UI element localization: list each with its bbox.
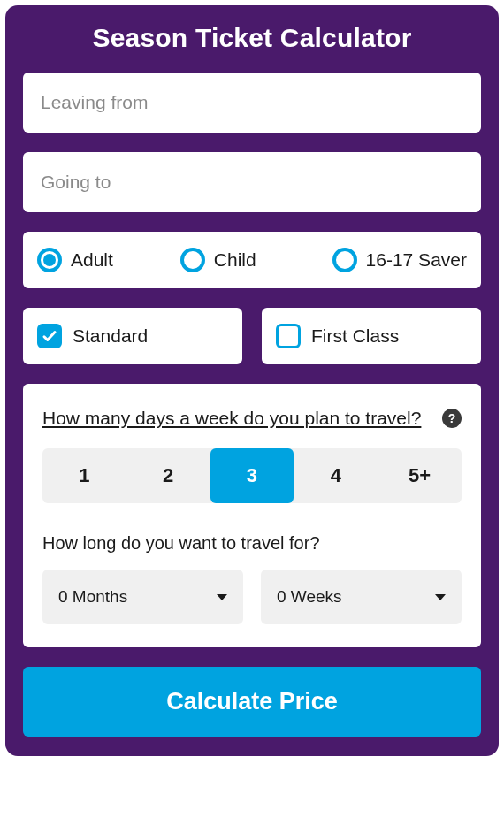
radio-label: Adult <box>71 249 113 271</box>
months-select[interactable]: 0 Months <box>42 570 243 624</box>
help-icon[interactable]: ? <box>442 409 462 428</box>
radio-icon <box>180 248 205 272</box>
radio-label: Child <box>214 249 256 271</box>
checkbox-label: Standard <box>73 325 148 347</box>
chevron-down-icon <box>217 594 227 600</box>
going-to-field[interactable] <box>23 152 481 212</box>
duration-selects: 0 Months 0 Weeks <box>42 570 462 624</box>
checkbox-icon <box>37 324 62 348</box>
passenger-type-group: Adult Child 16-17 Saver <box>23 232 481 288</box>
day-option-2[interactable]: 2 <box>126 448 210 503</box>
leaving-from-input[interactable] <box>41 92 463 113</box>
days-selector: 1 2 3 4 5+ <box>42 448 462 503</box>
radio-icon <box>332 248 357 272</box>
day-option-1[interactable]: 1 <box>42 448 126 503</box>
travel-panel: How many days a week do you plan to trav… <box>23 384 481 647</box>
day-option-3[interactable]: 3 <box>210 448 294 503</box>
duration-question: How long do you want to travel for? <box>42 533 462 554</box>
months-value: 0 Months <box>58 587 127 607</box>
radio-icon <box>37 248 62 272</box>
page-title: Season Ticket Calculator <box>23 23 481 53</box>
radio-label: 16-17 Saver <box>366 249 467 271</box>
calculate-button[interactable]: Calculate Price <box>23 667 481 737</box>
going-to-input[interactable] <box>41 172 463 193</box>
day-option-4[interactable]: 4 <box>294 448 378 503</box>
day-option-5plus[interactable]: 5+ <box>378 448 462 503</box>
radio-child[interactable]: Child <box>180 248 256 272</box>
radio-adult[interactable]: Adult <box>37 248 113 272</box>
chevron-down-icon <box>435 594 446 600</box>
checkbox-standard[interactable]: Standard <box>23 308 242 364</box>
weeks-select[interactable]: 0 Weeks <box>261 570 462 624</box>
checkbox-first-class[interactable]: First Class <box>262 308 481 364</box>
class-row: Standard First Class <box>23 308 481 364</box>
season-ticket-calculator: Season Ticket Calculator Adult Child 16-… <box>5 5 499 756</box>
weeks-value: 0 Weeks <box>277 587 342 607</box>
leaving-from-field[interactable] <box>23 73 481 133</box>
checkbox-icon <box>276 324 301 348</box>
checkbox-label: First Class <box>311 325 399 347</box>
days-question[interactable]: How many days a week do you plan to trav… <box>42 405 433 431</box>
radio-saver[interactable]: 16-17 Saver <box>332 248 467 272</box>
